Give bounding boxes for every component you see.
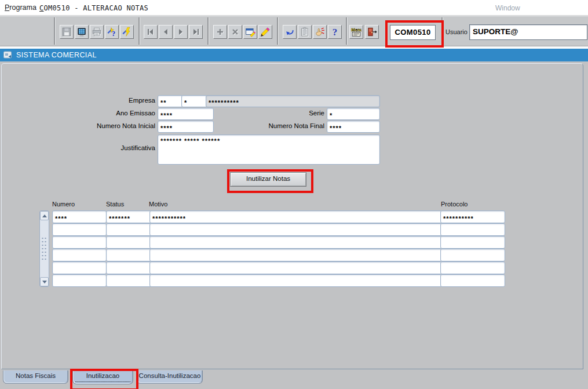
enter-query-button[interactable]: ? [105,25,119,39]
cell-protocolo[interactable] [440,274,505,287]
scrollbar-track[interactable] [41,237,46,260]
help-icon: ? [333,27,338,37]
menu-icon: Menu [351,27,361,37]
cell-status[interactable] [106,249,152,261]
edit-button[interactable] [243,25,257,39]
empresa-label: Empresa [74,95,155,106]
cell-numero[interactable] [52,223,107,236]
scroll-down-button[interactable] [40,277,49,286]
cell-numero[interactable] [52,261,107,274]
tab-inutilizacao-label: Inutilizacao [86,372,120,379]
next-record-button[interactable] [174,25,188,39]
tab-inutilizacao[interactable]: Inutilizacao [72,370,133,384]
empresa-name-field: ********** [206,95,380,107]
cell-numero[interactable]: **** [52,210,107,223]
menu-program-title[interactable]: COM0510 - ALTERACAO NOTAS [39,4,148,12]
cell-protocolo[interactable]: ********** [440,210,505,223]
scroll-up-icon [42,215,47,217]
form-window-icon [3,51,13,59]
toolbar-separator [207,17,209,45]
svg-text:Menu: Menu [352,27,361,32]
cell-numero[interactable] [52,274,107,287]
column-header-protocolo: Protocolo [441,201,468,208]
commit-button[interactable] [313,25,327,39]
cell-numero[interactable] [52,236,107,249]
first-record-icon [146,27,155,37]
first-record-button[interactable] [144,25,158,39]
print-icon [92,27,102,37]
cell-protocolo[interactable] [440,249,505,261]
cell-motivo[interactable] [149,249,442,261]
last-record-button[interactable] [189,25,203,39]
screen-button[interactable] [75,25,89,39]
toolbar-separator [138,17,140,45]
nota-inicial-label: Numero Nota Inicial [74,121,155,132]
cell-status[interactable] [106,261,152,274]
toolbar-separator [54,17,55,45]
nota-inicial-field[interactable]: **** [158,121,214,133]
inutilizar-notas-button[interactable]: Inutilizar Notas [230,172,306,187]
exit-button[interactable] [365,25,379,39]
undo-button[interactable] [283,25,297,39]
next-record-icon [176,27,185,37]
insert-record-button[interactable] [213,25,227,39]
menu-programa[interactable]: Programa [5,3,36,12]
menu-button[interactable]: Menu [349,25,363,39]
print-button[interactable] [90,25,104,39]
tab-consulta-inutilizacao[interactable]: Consulta-Inutilizacao [137,370,203,384]
column-header-motivo: Motivo [149,201,167,208]
justificativa-field[interactable]: ******* ***** ****** [158,134,380,165]
usuario-field[interactable]: SUPORTE@ [469,24,587,40]
cell-status[interactable] [106,223,152,236]
serie-label: Serie [261,108,324,119]
enter-query-icon: ? [107,27,117,37]
window-title: SISTEMA COMERCIAL [16,51,97,59]
cell-motivo[interactable]: *********** [149,210,442,223]
exit-icon [367,27,377,37]
execute-query-button[interactable] [120,25,134,39]
clear-record-button[interactable] [258,25,272,39]
undo-icon [284,27,295,37]
cell-motivo[interactable] [149,236,442,249]
screen-icon [76,27,87,37]
cell-numero[interactable] [52,249,107,261]
delete-record-button[interactable] [228,25,242,39]
cell-motivo[interactable] [149,274,442,287]
commit-icon [315,27,325,37]
menu-window[interactable]: Window [495,4,520,12]
ano-emissao-field[interactable]: **** [158,108,214,120]
toolbar-separator [277,17,278,45]
application-window: Programa COM0510 - ALTERACAO NOTAS Windo… [0,0,588,389]
serie-field[interactable]: * [327,108,380,120]
cell-protocolo[interactable] [440,223,505,236]
cell-motivo[interactable] [149,223,442,236]
save-button[interactable] [60,25,74,39]
cell-status[interactable]: ******* [106,210,152,223]
ano-emissao-label: Ano Emissao [74,108,155,119]
clipboard-button[interactable] [298,25,312,39]
column-header-status: Status [106,201,124,208]
cell-status[interactable] [106,274,152,287]
last-record-icon [191,27,200,37]
empresa-code-field[interactable]: ** [158,95,183,107]
scroll-up-button[interactable] [40,211,49,220]
insert-record-icon [216,27,225,37]
cell-protocolo[interactable] [440,261,505,274]
column-header-numero: Numero [52,201,75,208]
nota-final-field[interactable]: **** [327,121,380,133]
previous-record-icon [161,27,170,37]
tab-notas-fiscais[interactable]: Notas Fiscais [3,370,68,384]
menu-bar: Programa COM0510 - ALTERACAO NOTAS Windo… [0,0,588,16]
previous-record-button[interactable] [159,25,173,39]
clear-record-icon [260,27,271,37]
cell-motivo[interactable] [149,261,442,274]
program-code-field[interactable]: COM0510 [390,25,436,40]
help-button[interactable]: ? [328,25,342,39]
cell-protocolo[interactable] [440,236,505,249]
toolbar-separator [346,17,347,45]
svg-text:?: ? [112,30,115,37]
empresa-sub-field[interactable]: * [181,95,207,107]
table-scrollbar[interactable] [39,210,49,287]
toolbar-separator [441,17,443,45]
cell-status[interactable] [106,236,152,249]
